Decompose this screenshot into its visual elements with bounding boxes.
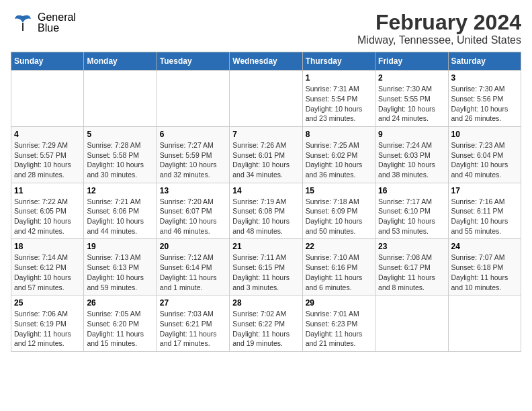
header-day-sunday: Sunday [11, 52, 84, 71]
calendar-cell: 17Sunrise: 7:16 AM Sunset: 6:11 PM Dayli… [448, 183, 521, 239]
day-number: 13 [160, 186, 226, 195]
calendar-cell: 23Sunrise: 7:08 AM Sunset: 6:17 PM Dayli… [375, 239, 448, 295]
day-info: Sunrise: 7:30 AM Sunset: 5:55 PM Dayligh… [378, 84, 445, 124]
day-number: 23 [378, 242, 445, 251]
calendar-cell: 7Sunrise: 7:26 AM Sunset: 6:01 PM Daylig… [230, 126, 302, 183]
day-info: Sunrise: 7:10 AM Sunset: 6:16 PM Dayligh… [306, 253, 372, 292]
day-info: Sunrise: 7:20 AM Sunset: 6:07 PM Dayligh… [160, 197, 226, 236]
calendar-cell: 24Sunrise: 7:07 AM Sunset: 6:18 PM Dayli… [448, 239, 521, 295]
calendar-cell: 20Sunrise: 7:12 AM Sunset: 6:14 PM Dayli… [157, 239, 229, 295]
day-number: 26 [87, 298, 153, 308]
calendar-cell: 13Sunrise: 7:20 AM Sunset: 6:07 PM Dayli… [157, 183, 229, 239]
calendar-cell: 29Sunrise: 7:01 AM Sunset: 6:23 PM Dayli… [302, 295, 375, 352]
day-number: 22 [306, 242, 372, 251]
header-day-tuesday: Tuesday [157, 52, 229, 71]
day-info: Sunrise: 7:14 AM Sunset: 6:12 PM Dayligh… [14, 253, 81, 292]
day-info: Sunrise: 7:26 AM Sunset: 6:01 PM Dayligh… [232, 140, 299, 180]
day-number: 7 [232, 130, 299, 139]
calendar-table: SundayMondayTuesdayWednesdayThursdayFrid… [11, 52, 521, 352]
header-day-monday: Monday [84, 52, 157, 71]
day-info: Sunrise: 7:02 AM Sunset: 6:22 PM Dayligh… [232, 309, 299, 349]
day-number: 12 [87, 186, 153, 195]
day-info: Sunrise: 7:05 AM Sunset: 6:20 PM Dayligh… [87, 309, 153, 349]
day-info: Sunrise: 7:25 AM Sunset: 6:02 PM Dayligh… [306, 140, 372, 180]
day-info: Sunrise: 7:29 AM Sunset: 5:57 PM Dayligh… [14, 140, 81, 180]
calendar-cell: 21Sunrise: 7:11 AM Sunset: 6:15 PM Dayli… [230, 239, 302, 295]
calendar-cell: 27Sunrise: 7:03 AM Sunset: 6:21 PM Dayli… [157, 295, 229, 352]
day-info: Sunrise: 7:01 AM Sunset: 6:23 PM Dayligh… [306, 309, 372, 349]
day-number: 25 [14, 298, 81, 308]
day-number: 21 [232, 242, 299, 251]
page-header: General Blue February 2024 Midway, Tenne… [11, 11, 521, 46]
day-number: 16 [378, 186, 445, 195]
calendar-cell: 12Sunrise: 7:21 AM Sunset: 6:06 PM Dayli… [84, 183, 157, 239]
calendar-cell: 26Sunrise: 7:05 AM Sunset: 6:20 PM Dayli… [84, 295, 157, 352]
calendar-cell [84, 71, 157, 127]
day-number: 1 [306, 73, 372, 83]
calendar-cell: 5Sunrise: 7:28 AM Sunset: 5:58 PM Daylig… [84, 126, 157, 183]
day-number: 10 [451, 130, 518, 139]
calendar-cell: 4Sunrise: 7:29 AM Sunset: 5:57 PM Daylig… [11, 126, 84, 183]
header-day-wednesday: Wednesday [230, 52, 302, 71]
day-number: 19 [87, 242, 153, 251]
logo-icon [11, 11, 35, 35]
day-info: Sunrise: 7:13 AM Sunset: 6:13 PM Dayligh… [87, 253, 153, 292]
header-day-saturday: Saturday [448, 52, 521, 71]
calendar-cell: 10Sunrise: 7:23 AM Sunset: 6:04 PM Dayli… [448, 126, 521, 183]
logo-blue: Blue [38, 23, 76, 34]
calendar-cell [157, 71, 229, 127]
calendar-week-1: 1Sunrise: 7:31 AM Sunset: 5:54 PM Daylig… [11, 71, 521, 127]
calendar-cell: 6Sunrise: 7:27 AM Sunset: 5:59 PM Daylig… [157, 126, 229, 183]
day-number: 9 [378, 130, 445, 139]
title-block: February 2024 Midway, Tennessee, United … [357, 11, 521, 46]
day-info: Sunrise: 7:31 AM Sunset: 5:54 PM Dayligh… [306, 84, 372, 124]
calendar-subtitle: Midway, Tennessee, United States [357, 34, 521, 46]
day-number: 17 [451, 186, 518, 195]
day-number: 5 [87, 130, 153, 139]
calendar-cell: 9Sunrise: 7:24 AM Sunset: 6:03 PM Daylig… [375, 126, 448, 183]
calendar-cell: 22Sunrise: 7:10 AM Sunset: 6:16 PM Dayli… [302, 239, 375, 295]
calendar-cell [230, 71, 302, 127]
day-info: Sunrise: 7:23 AM Sunset: 6:04 PM Dayligh… [451, 140, 518, 180]
day-info: Sunrise: 7:12 AM Sunset: 6:14 PM Dayligh… [160, 253, 226, 292]
day-info: Sunrise: 7:19 AM Sunset: 6:08 PM Dayligh… [232, 197, 299, 236]
day-info: Sunrise: 7:06 AM Sunset: 6:19 PM Dayligh… [14, 309, 81, 349]
calendar-cell: 8Sunrise: 7:25 AM Sunset: 6:02 PM Daylig… [302, 126, 375, 183]
day-number: 24 [451, 242, 518, 251]
calendar-week-4: 18Sunrise: 7:14 AM Sunset: 6:12 PM Dayli… [11, 239, 521, 295]
calendar-cell: 2Sunrise: 7:30 AM Sunset: 5:55 PM Daylig… [375, 71, 448, 127]
calendar-cell [11, 71, 84, 127]
day-info: Sunrise: 7:08 AM Sunset: 6:17 PM Dayligh… [378, 253, 445, 292]
calendar-cell: 19Sunrise: 7:13 AM Sunset: 6:13 PM Dayli… [84, 239, 157, 295]
day-info: Sunrise: 7:24 AM Sunset: 6:03 PM Dayligh… [378, 140, 445, 180]
day-info: Sunrise: 7:21 AM Sunset: 6:06 PM Dayligh… [87, 197, 153, 236]
logo-text: General Blue [38, 12, 76, 34]
day-info: Sunrise: 7:30 AM Sunset: 5:56 PM Dayligh… [451, 84, 518, 124]
day-number: 18 [14, 242, 81, 251]
calendar-cell: 1Sunrise: 7:31 AM Sunset: 5:54 PM Daylig… [302, 71, 375, 127]
calendar-cell: 28Sunrise: 7:02 AM Sunset: 6:22 PM Dayli… [230, 295, 302, 352]
day-number: 20 [160, 242, 226, 251]
header-day-thursday: Thursday [302, 52, 375, 71]
day-number: 15 [306, 186, 372, 195]
day-info: Sunrise: 7:27 AM Sunset: 5:59 PM Dayligh… [160, 140, 226, 180]
calendar-title: February 2024 [357, 11, 521, 34]
day-number: 27 [160, 298, 226, 308]
day-number: 29 [306, 298, 372, 308]
calendar-cell: 11Sunrise: 7:22 AM Sunset: 6:05 PM Dayli… [11, 183, 84, 239]
day-number: 6 [160, 130, 226, 139]
day-number: 8 [306, 130, 372, 139]
day-info: Sunrise: 7:17 AM Sunset: 6:10 PM Dayligh… [378, 197, 445, 236]
calendar-week-2: 4Sunrise: 7:29 AM Sunset: 5:57 PM Daylig… [11, 126, 521, 183]
calendar-cell [375, 295, 448, 352]
calendar-week-3: 11Sunrise: 7:22 AM Sunset: 6:05 PM Dayli… [11, 183, 521, 239]
day-number: 28 [232, 298, 299, 308]
day-info: Sunrise: 7:22 AM Sunset: 6:05 PM Dayligh… [14, 197, 81, 236]
calendar-cell: 25Sunrise: 7:06 AM Sunset: 6:19 PM Dayli… [11, 295, 84, 352]
day-info: Sunrise: 7:16 AM Sunset: 6:11 PM Dayligh… [451, 197, 518, 236]
day-number: 3 [451, 73, 518, 83]
calendar-header-row: SundayMondayTuesdayWednesdayThursdayFrid… [11, 52, 521, 71]
logo-general: General [38, 12, 76, 23]
day-number: 14 [232, 186, 299, 195]
day-info: Sunrise: 7:07 AM Sunset: 6:18 PM Dayligh… [451, 253, 518, 292]
